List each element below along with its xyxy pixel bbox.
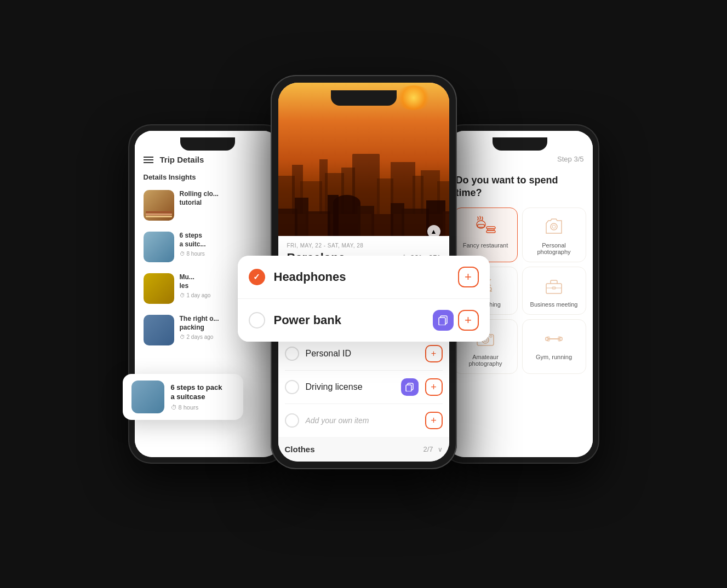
add-button-personalid[interactable]: + (425, 345, 443, 362)
activity-label-personal-photography: Personal photography (529, 242, 579, 255)
article-item[interactable]: Rolling clo...tutorial (135, 185, 281, 226)
right-phone-notch (493, 137, 547, 151)
activity-label-fancy-restaurant: Fancy restaurant (463, 242, 508, 249)
svg-point-9 (551, 223, 557, 230)
activity-label-amateur-photography: Amateaur photography (461, 354, 511, 367)
check-circle-drivinglicense[interactable] (285, 380, 299, 394)
floating-item-headphones[interactable]: Headphones + (238, 256, 490, 299)
article-content: Rolling clo...tutorial (180, 190, 272, 209)
activity-label-gym-running: Gym, running (536, 354, 572, 360)
floating-add-headphones[interactable]: + (458, 267, 479, 287)
card-text: 6 steps to packa suitcase ⏱8 hours (171, 383, 222, 411)
check-circle-personalid[interactable] (285, 347, 299, 361)
left-phone-notch (180, 137, 235, 151)
photography-svg (543, 216, 565, 238)
business-meeting-icon (542, 274, 566, 298)
checklist-item-drivinglicense[interactable]: Driving license + (285, 371, 443, 404)
floating-add-powerbank[interactable]: + (458, 310, 479, 331)
gym-svg (543, 327, 565, 349)
center-phone-notch (331, 90, 397, 106)
svg-rect-31 (439, 318, 445, 325)
floating-actions-powerbank: + (433, 310, 479, 331)
business-svg (543, 275, 565, 297)
item-label-personalid: Personal ID (306, 349, 419, 359)
svg-rect-18 (546, 284, 562, 293)
article-content: 6 stepsa suitc... ⏱ 8 hours (180, 232, 272, 257)
activity-card-business-meeting[interactable]: Business meeting (522, 267, 586, 315)
article-thumb (144, 273, 174, 304)
scene: Trip Details Details Insights (117, 48, 610, 540)
floating-check-powerbank[interactable] (249, 312, 265, 328)
floating-checklist-card: Headphones + Power bank + (238, 256, 490, 342)
clothes-section-footer[interactable]: Clothes 2/7 ∨ (278, 437, 449, 462)
item-label-custom: Add your own item (306, 416, 419, 425)
floating-label-headphones: Headphones (274, 270, 449, 284)
question-text: Do you want to spend time? (447, 169, 593, 207)
svg-rect-5 (478, 224, 484, 227)
floating-label-powerbank: Power bank (274, 313, 424, 327)
left-section-label: Details Insights (135, 170, 281, 185)
fancy-restaurant-icon (473, 215, 497, 239)
left-phone-title: Trip Details (160, 155, 204, 164)
copy-icon (438, 315, 448, 325)
trip-date: FRI, MAY, 22 - SAT, MAY, 28 (287, 243, 440, 249)
checklist-item-personalid[interactable]: Personal ID + (285, 337, 443, 371)
check-circle-custom[interactable] (285, 413, 299, 428)
svg-point-10 (552, 225, 556, 228)
article-title: Rolling clo...tutorial (180, 190, 272, 207)
article-thumb (144, 190, 174, 221)
svg-line-14 (490, 285, 491, 286)
copy-button-drivinglicense[interactable] (401, 378, 419, 396)
floating-item-powerbank[interactable]: Power bank + (238, 299, 490, 342)
svg-rect-24 (490, 336, 492, 337)
checklist-item-custom[interactable]: Add your own item + (285, 404, 443, 437)
add-button-custom[interactable]: + (425, 412, 443, 429)
activity-card-personal-photography[interactable]: Personal photography (522, 207, 586, 262)
hamburger-menu-icon[interactable] (144, 157, 153, 163)
floating-actions-headphones: + (458, 267, 479, 287)
copy-icon (405, 383, 414, 391)
clothes-label: Clothes (285, 445, 423, 454)
svg-rect-3 (406, 385, 411, 391)
item-label-drivinglicense: Driving license (306, 382, 394, 392)
restaurant-svg (473, 215, 497, 239)
card-time: ⏱8 hours (171, 404, 222, 411)
personal-photography-icon (542, 215, 566, 239)
article-card-overlay: 6 steps to packa suitcase ⏱8 hours (123, 374, 243, 420)
svg-line-13 (490, 279, 491, 280)
activity-label-business-meeting: Business meeting (530, 301, 578, 308)
scroll-indicator: ▲ (427, 225, 440, 236)
activity-card-fancy-restaurant[interactable]: Fancy restaurant (454, 207, 518, 262)
article-thumb (144, 315, 174, 345)
floating-copy-powerbank[interactable] (433, 310, 454, 331)
chevron-down-icon: ∨ (438, 446, 443, 453)
card-title: 6 steps to packa suitcase (171, 383, 222, 402)
article-thumb (144, 232, 174, 262)
add-button-drivinglicense[interactable]: + (425, 378, 443, 396)
svg-rect-8 (486, 230, 495, 233)
article-title: 6 stepsa suitc... (180, 232, 272, 249)
clothes-count: 2/7 (423, 445, 433, 453)
activity-card-gym-running[interactable]: Gym, running (522, 319, 586, 374)
gym-running-icon (542, 326, 566, 350)
floating-check-headphones[interactable] (249, 269, 265, 285)
city-hero-image: ▲ (278, 83, 449, 236)
card-thumbnail (131, 381, 164, 413)
step-indicator: Step 3/5 (557, 155, 583, 163)
